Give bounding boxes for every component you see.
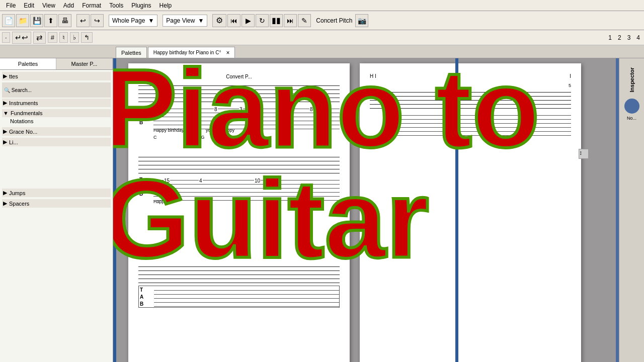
panel-section-header-spacers[interactable]: ▶ Spacers — [2, 199, 111, 208]
panel-section-header-grace[interactable]: ▶ Grace No... — [2, 127, 111, 136]
tab-num-1: 3 — [164, 107, 168, 112]
tab-score[interactable]: Happy birthday for Piano in C° × — [148, 47, 235, 58]
page-number-1[interactable]: 1 — [606, 34, 614, 41]
note-toolbar: · ↵↩ ⇄ # ♮ ♭ ↰ 1 2 3 4 — [0, 30, 644, 45]
end-button[interactable]: ⏭ — [284, 14, 297, 27]
tab-palettes[interactable]: Palettes — [116, 47, 147, 58]
tab-num-2: 10 — [189, 107, 195, 112]
menu-plugins[interactable]: Plugins — [127, 1, 155, 10]
view-dropdown[interactable]: Page View ▼ — [163, 15, 207, 27]
redo-button[interactable]: ↪ — [91, 14, 104, 27]
staff-lines-2 — [138, 155, 340, 175]
tab-A-label-2: A — [139, 184, 143, 190]
menu-view[interactable]: View — [38, 1, 59, 10]
panel-section-spacers: ▶ Spacers — [2, 199, 111, 208]
flat-button[interactable]: ♭ — [70, 32, 79, 43]
panel-section-grace: ▶ Grace No... — [2, 127, 111, 136]
inspector-circle — [624, 99, 639, 114]
print-button[interactable]: 🖶 — [58, 14, 71, 27]
panel-section-lines: ▶ Li... — [2, 138, 111, 146]
tab-B-label-3: B — [140, 301, 143, 307]
tab-T-label-2: T — [139, 177, 142, 183]
staff-system-p2-1 — [370, 90, 571, 141]
panel-section-header-lines[interactable]: ▶ Li... — [2, 138, 111, 146]
menu-edit[interactable]: Edit — [20, 1, 38, 10]
staff-lines-1 — [138, 83, 340, 104]
inspector-label: Inspector — [627, 65, 637, 95]
score-page-1: Convert P... T A B — [128, 63, 350, 362]
panel-section-header-jumps[interactable]: ▶ Jumps — [2, 189, 111, 197]
tab-container-p2 — [370, 111, 571, 141]
concert-pitch-area: Concert Pitch — [316, 17, 352, 24]
tab-T-label: T — [139, 106, 142, 111]
natural-button[interactable]: ♮ — [59, 32, 68, 43]
panel-section-header-fundamentals[interactable]: ▼ Fundmentals — [2, 109, 111, 117]
menu-add[interactable]: Add — [59, 1, 78, 10]
panel-section-jumps: ▶ Jumps — [2, 189, 111, 197]
undo-button[interactable]: ↩ — [76, 14, 90, 27]
menubar: File Edit View Add Format Tools Plugins … — [0, 0, 644, 11]
rewind-button[interactable]: ⏮ — [227, 14, 240, 27]
view-dropdown-arrow: ▼ — [198, 17, 204, 24]
upload-button[interactable]: ⬆ — [44, 14, 57, 27]
left-panel: Palettes Master P... ▶ ttes 🔍 Search... … — [0, 58, 113, 362]
blue-bar-right — [616, 58, 619, 362]
tab-T-label-3: T — [140, 287, 143, 293]
tab-A-label: A — [139, 113, 143, 118]
page-number-4[interactable]: 4 — [634, 34, 642, 41]
staff-system-1: T A B 3 10 8 3 3 12 8 — [138, 83, 340, 140]
chord-line-1: C G C — [138, 135, 340, 140]
zoom-dropdown[interactable]: Whole Page ▼ — [109, 15, 157, 27]
save-button[interactable]: 💾 — [30, 14, 43, 27]
menu-help[interactable]: Help — [155, 1, 176, 10]
zoom-dropdown-arrow: ▼ — [148, 17, 154, 24]
panel-tabs: Palettes Master P... — [0, 58, 113, 70]
panel-section-header-instruments[interactable]: ▶ Instruments — [2, 99, 111, 107]
panel-tab-master[interactable]: Master P... — [56, 58, 113, 69]
dot-button[interactable]: · — [2, 32, 10, 43]
staff-system-2: T A B 15 4 10 Happy... — [138, 155, 340, 204]
tab-B-label: B — [139, 120, 143, 125]
page-number-3[interactable]: 3 — [625, 34, 633, 41]
loop-button[interactable]: ↻ — [256, 14, 269, 27]
search-box[interactable]: 🔍 Search... — [2, 82, 111, 98]
voice-button[interactable]: ⇄ — [33, 32, 46, 44]
flip-button[interactable]: ↵↩ — [12, 32, 31, 44]
play-button[interactable]: ▶ — [242, 14, 255, 27]
concert-pitch-label: Concert Pitch — [316, 17, 352, 24]
panel-section-instruments: ▶ Instruments — [2, 99, 111, 107]
tab-num-6: 12 — [284, 107, 291, 112]
staff-system-3: T A B — [138, 264, 340, 308]
panel-content: ▶ ttes 🔍 Search... ▶ Instruments ▼ Fundm… — [0, 70, 113, 362]
page-number-2[interactable]: 2 — [616, 34, 623, 41]
flip2-button[interactable]: ↰ — [81, 32, 93, 43]
tab-num-7: 8 — [309, 107, 313, 112]
camera-button[interactable]: 📷 — [355, 14, 368, 27]
tab-B-label-2: B — [139, 191, 143, 197]
open-button[interactable]: 📁 — [16, 14, 29, 27]
tab-num-4: 3 — [239, 107, 243, 112]
tab-container-1: T A B 3 10 8 3 3 12 8 — [138, 105, 340, 127]
tab-A-label-3: A — [140, 294, 143, 300]
tab-close-icon[interactable]: × — [226, 49, 229, 56]
sharp-button[interactable]: # — [48, 32, 57, 43]
panel-item-notations[interactable]: Notations — [2, 117, 111, 125]
tab-container-3: T A B — [138, 286, 340, 308]
tab-num-row2-2: 4 — [199, 178, 203, 184]
resize-handle[interactable]: ↕ — [579, 149, 589, 159]
panel-section-header-ttes[interactable]: ▶ ttes — [2, 72, 111, 80]
menu-format[interactable]: Format — [78, 1, 105, 10]
metronome-button[interactable]: ▮▮ — [270, 14, 283, 27]
tab-num-3: 8 — [214, 107, 218, 112]
edit-mode-button[interactable]: ✎ — [298, 14, 311, 27]
new-button[interactable]: 📄 — [2, 14, 15, 27]
score-area[interactable]: Convert P... T A B — [113, 58, 619, 362]
menu-tools[interactable]: Tools — [105, 1, 127, 10]
menu-file[interactable]: File — [2, 1, 20, 10]
blue-bar-left — [113, 58, 116, 362]
panel-tab-palettes[interactable]: Palettes — [0, 58, 56, 69]
staff-lines-p2 — [370, 90, 571, 110]
score-header-2: H I I — [370, 73, 571, 79]
tab-num-row2-1: 15 — [164, 178, 170, 184]
mixer-button[interactable]: ⚙ — [212, 14, 226, 27]
